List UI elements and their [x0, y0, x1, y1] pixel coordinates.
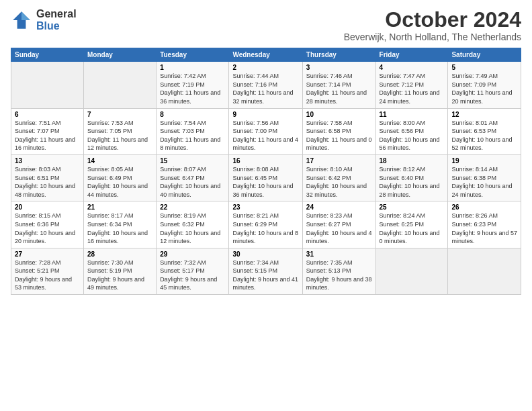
day-info: Sunrise: 7:58 AMSunset: 6:58 PMDaylight:… [306, 120, 372, 152]
day-info: Sunrise: 7:56 AMSunset: 7:00 PMDaylight:… [232, 120, 298, 152]
cell-w0-d2: 1Sunrise: 7:42 AMSunset: 7:19 PMDaylight… [157, 62, 229, 108]
day-info: Sunrise: 8:21 AMSunset: 6:29 PMDaylight:… [232, 212, 298, 244]
cell-w3-d5: 25Sunrise: 8:24 AMSunset: 6:25 PMDayligh… [375, 201, 448, 248]
day-number: 26 [451, 203, 517, 211]
day-number: 1 [160, 64, 225, 71]
cell-w4-d0: 27Sunrise: 7:28 AMSunset: 5:21 PMDayligh… [11, 248, 84, 294]
cell-w0-d4: 3Sunrise: 7:46 AMSunset: 7:14 PMDaylight… [302, 62, 375, 108]
day-number: 2 [232, 64, 298, 71]
cell-w4-d6 [448, 248, 521, 294]
day-number: 5 [451, 64, 517, 71]
cell-w3-d3: 23Sunrise: 8:21 AMSunset: 6:29 PMDayligh… [229, 201, 302, 248]
cell-w0-d6: 5Sunrise: 7:49 AMSunset: 7:09 PMDaylight… [448, 62, 521, 108]
calendar-table: Sunday Monday Tuesday Wednesday Thursday… [11, 48, 521, 295]
day-info: Sunrise: 8:19 AMSunset: 6:32 PMDaylight:… [160, 212, 220, 244]
day-info: Sunrise: 7:35 AMSunset: 5:13 PMDaylight:… [306, 259, 372, 291]
week-row-2: 13Sunrise: 8:03 AMSunset: 6:51 PMDayligh… [11, 154, 521, 201]
day-number: 28 [87, 250, 152, 258]
cell-w1-d4: 10Sunrise: 7:58 AMSunset: 6:58 PMDayligh… [302, 108, 375, 154]
col-tuesday: Tuesday [157, 48, 229, 62]
day-info: Sunrise: 7:49 AMSunset: 7:09 PMDaylight:… [451, 73, 512, 105]
day-number: 4 [380, 64, 445, 71]
cell-w2-d5: 18Sunrise: 8:12 AMSunset: 6:40 PMDayligh… [375, 154, 448, 201]
day-number: 15 [160, 157, 225, 165]
day-number: 27 [15, 250, 80, 258]
day-number: 7 [87, 111, 152, 118]
day-number: 8 [160, 111, 225, 118]
cell-w3-d6: 26Sunrise: 8:26 AMSunset: 6:23 PMDayligh… [448, 201, 521, 248]
day-number: 14 [87, 157, 152, 165]
day-number: 12 [451, 111, 517, 118]
cell-w1-d2: 8Sunrise: 7:54 AMSunset: 7:03 PMDaylight… [157, 108, 229, 154]
day-info: Sunrise: 7:47 AMSunset: 7:12 PMDaylight:… [380, 73, 440, 105]
cell-w4-d3: 30Sunrise: 7:34 AMSunset: 5:15 PMDayligh… [229, 248, 302, 294]
cell-w1-d6: 12Sunrise: 8:01 AMSunset: 6:53 PMDayligh… [448, 108, 521, 154]
cell-w2-d4: 17Sunrise: 8:10 AMSunset: 6:42 PMDayligh… [302, 154, 375, 201]
cell-w2-d2: 15Sunrise: 8:07 AMSunset: 6:47 PMDayligh… [157, 154, 229, 201]
day-info: Sunrise: 7:46 AMSunset: 7:14 PMDaylight:… [306, 73, 367, 105]
day-number: 23 [232, 203, 298, 211]
day-info: Sunrise: 8:03 AMSunset: 6:51 PMDaylight:… [15, 166, 75, 198]
header: General Blue October 2024 Beverwijk, Nor… [11, 8, 521, 42]
cell-w2-d1: 14Sunrise: 8:05 AMSunset: 6:49 PMDayligh… [84, 154, 157, 201]
cell-w4-d1: 28Sunrise: 7:30 AMSunset: 5:19 PMDayligh… [84, 248, 157, 294]
day-info: Sunrise: 7:32 AMSunset: 5:17 PMDaylight:… [160, 259, 217, 291]
col-saturday: Saturday [448, 48, 521, 62]
logo-text: General Blue [36, 8, 77, 32]
calendar-header: Sunday Monday Tuesday Wednesday Thursday… [11, 48, 521, 62]
day-number: 22 [160, 203, 225, 211]
day-number: 6 [15, 111, 80, 118]
day-info: Sunrise: 8:10 AMSunset: 6:42 PMDaylight:… [306, 166, 367, 198]
cell-w4-d5 [375, 248, 448, 294]
cell-w3-d1: 21Sunrise: 8:17 AMSunset: 6:34 PMDayligh… [84, 201, 157, 248]
cell-w1-d3: 9Sunrise: 7:56 AMSunset: 7:00 PMDaylight… [229, 108, 302, 154]
week-row-3: 20Sunrise: 8:15 AMSunset: 6:36 PMDayligh… [11, 201, 521, 248]
cell-w4-d4: 31Sunrise: 7:35 AMSunset: 5:13 PMDayligh… [302, 248, 375, 294]
cell-w3-d4: 24Sunrise: 8:23 AMSunset: 6:27 PMDayligh… [302, 201, 375, 248]
day-number: 16 [232, 157, 298, 165]
cell-w0-d3: 2Sunrise: 7:44 AMSunset: 7:16 PMDaylight… [229, 62, 302, 108]
col-sunday: Sunday [11, 48, 84, 62]
cell-w3-d0: 20Sunrise: 8:15 AMSunset: 6:36 PMDayligh… [11, 201, 84, 248]
week-row-1: 6Sunrise: 7:51 AMSunset: 7:07 PMDaylight… [11, 108, 521, 154]
col-friday: Friday [375, 48, 448, 62]
day-number: 25 [380, 203, 445, 211]
logo-blue-label: Blue [36, 20, 77, 32]
day-number: 13 [15, 157, 80, 165]
cell-w1-d0: 6Sunrise: 7:51 AMSunset: 7:07 PMDaylight… [11, 108, 84, 154]
location: Beverwijk, North Holland, The Netherland… [344, 32, 521, 42]
day-info: Sunrise: 7:54 AMSunset: 7:03 PMDaylight:… [160, 120, 220, 152]
day-info: Sunrise: 7:44 AMSunset: 7:16 PMDaylight:… [232, 73, 293, 105]
day-info: Sunrise: 8:05 AMSunset: 6:49 PMDaylight:… [87, 166, 148, 198]
day-number: 20 [15, 203, 80, 211]
cell-w2-d6: 19Sunrise: 8:14 AMSunset: 6:38 PMDayligh… [448, 154, 521, 201]
day-info: Sunrise: 8:12 AMSunset: 6:40 PMDaylight:… [380, 166, 440, 198]
day-info: Sunrise: 8:01 AMSunset: 6:53 PMDaylight:… [451, 120, 512, 152]
day-info: Sunrise: 8:26 AMSunset: 6:23 PMDaylight:… [451, 212, 517, 244]
day-info: Sunrise: 8:24 AMSunset: 6:25 PMDaylight:… [380, 212, 440, 244]
cell-w0-d0 [11, 62, 84, 108]
logo-general-label: General [36, 8, 77, 20]
col-thursday: Thursday [302, 48, 375, 62]
day-number: 11 [380, 111, 445, 118]
day-info: Sunrise: 7:42 AMSunset: 7:19 PMDaylight:… [160, 73, 220, 105]
day-info: Sunrise: 8:00 AMSunset: 6:56 PMDaylight:… [380, 120, 440, 152]
day-number: 17 [306, 157, 372, 165]
day-number: 21 [87, 203, 152, 211]
day-number: 31 [306, 250, 372, 258]
month-title: October 2024 [344, 8, 521, 32]
logo: General Blue [11, 8, 77, 32]
day-info: Sunrise: 7:51 AMSunset: 7:07 PMDaylight:… [15, 120, 75, 152]
week-row-0: 1Sunrise: 7:42 AMSunset: 7:19 PMDaylight… [11, 62, 521, 108]
day-info: Sunrise: 7:30 AMSunset: 5:19 PMDaylight:… [87, 259, 144, 291]
day-number: 24 [306, 203, 372, 211]
cell-w4-d2: 29Sunrise: 7:32 AMSunset: 5:17 PMDayligh… [157, 248, 229, 294]
cell-w1-d5: 11Sunrise: 8:00 AMSunset: 6:56 PMDayligh… [375, 108, 448, 154]
svg-marker-1 [21, 11, 30, 20]
day-info: Sunrise: 8:17 AMSunset: 6:34 PMDaylight:… [87, 212, 148, 244]
cell-w2-d3: 16Sunrise: 8:08 AMSunset: 6:45 PMDayligh… [229, 154, 302, 201]
day-info: Sunrise: 8:14 AMSunset: 6:38 PMDaylight:… [451, 166, 512, 198]
week-row-4: 27Sunrise: 7:28 AMSunset: 5:21 PMDayligh… [11, 248, 521, 294]
day-info: Sunrise: 7:28 AMSunset: 5:21 PMDaylight:… [15, 259, 72, 291]
cell-w2-d0: 13Sunrise: 8:03 AMSunset: 6:51 PMDayligh… [11, 154, 84, 201]
